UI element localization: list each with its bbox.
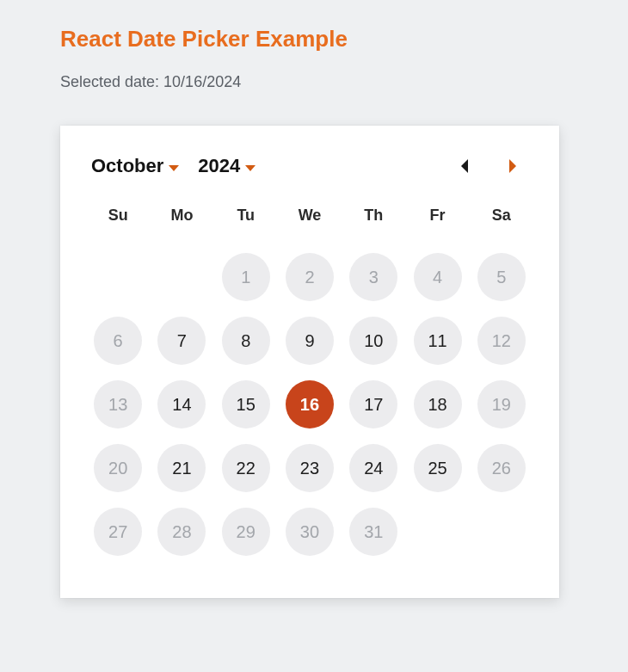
weekday-cell: Fr xyxy=(405,201,469,230)
date-cell[interactable]: 24 xyxy=(349,444,397,492)
date-cell[interactable]: 13 xyxy=(94,380,142,428)
date-cell-empty xyxy=(94,253,142,301)
prev-month-button[interactable] xyxy=(456,157,473,175)
date-cell[interactable]: 1 xyxy=(222,253,270,301)
date-cell[interactable]: 17 xyxy=(349,380,397,428)
month-label: October xyxy=(91,155,163,177)
weekday-header-row: Su Mo Tu We Th Fr Sa xyxy=(86,201,533,230)
weekday-cell: We xyxy=(278,201,342,230)
month-select[interactable]: October xyxy=(91,155,179,177)
date-cell[interactable]: 11 xyxy=(414,317,462,365)
date-cell[interactable]: 25 xyxy=(414,444,462,492)
weekday-cell: Tu xyxy=(214,201,278,230)
chevron-left-icon xyxy=(461,159,468,173)
next-month-button[interactable] xyxy=(504,157,521,175)
date-cell-selected[interactable]: 16 xyxy=(286,380,334,428)
date-cell[interactable]: 5 xyxy=(477,253,526,301)
date-cell[interactable]: 2 xyxy=(286,253,334,301)
weekday-cell: Su xyxy=(86,201,150,230)
date-cell[interactable]: 22 xyxy=(222,444,270,492)
page-title: React Date Picker Example xyxy=(60,26,628,52)
date-cell[interactable]: 21 xyxy=(157,444,206,492)
date-cell[interactable]: 6 xyxy=(94,317,142,365)
year-label: 2024 xyxy=(198,155,240,177)
date-cell[interactable]: 10 xyxy=(349,317,397,365)
nav-arrows xyxy=(456,157,528,175)
year-select[interactable]: 2024 xyxy=(198,155,256,177)
date-cell[interactable]: 14 xyxy=(157,380,206,428)
caret-down-icon xyxy=(169,165,179,171)
date-cell[interactable]: 9 xyxy=(286,317,334,365)
selected-date-value: 10/16/2024 xyxy=(163,73,241,90)
date-cell[interactable]: 20 xyxy=(94,444,142,492)
selected-date-display: Selected date: 10/16/2024 xyxy=(60,73,628,91)
date-cell[interactable]: 3 xyxy=(349,253,397,301)
date-cell[interactable]: 30 xyxy=(286,508,334,556)
date-cell[interactable]: 18 xyxy=(414,380,462,428)
date-cell[interactable]: 8 xyxy=(222,317,270,365)
dates-grid: 1234567891011121314151617181920212223242… xyxy=(86,245,533,564)
date-cell[interactable]: 12 xyxy=(477,317,526,365)
date-cell[interactable]: 31 xyxy=(349,508,397,556)
weekday-cell: Mo xyxy=(150,201,213,230)
date-cell-empty xyxy=(157,253,206,301)
date-cell[interactable]: 15 xyxy=(222,380,270,428)
date-picker: October 2024 Su Mo Tu We Th Fr Sa 123456… xyxy=(60,126,559,598)
date-cell[interactable]: 29 xyxy=(222,508,270,556)
date-cell[interactable]: 27 xyxy=(94,508,142,556)
date-cell[interactable]: 23 xyxy=(286,444,334,492)
chevron-right-icon xyxy=(509,159,516,173)
date-cell[interactable]: 26 xyxy=(477,444,526,492)
picker-header: October 2024 xyxy=(86,155,533,177)
date-cell[interactable]: 4 xyxy=(414,253,462,301)
weekday-cell: Th xyxy=(342,201,405,230)
weekday-cell: Sa xyxy=(470,201,533,230)
date-cell[interactable]: 28 xyxy=(157,508,206,556)
date-cell[interactable]: 19 xyxy=(477,380,526,428)
caret-down-icon xyxy=(245,165,256,171)
selected-date-label: Selected date: xyxy=(60,73,163,90)
date-cell[interactable]: 7 xyxy=(157,317,206,365)
